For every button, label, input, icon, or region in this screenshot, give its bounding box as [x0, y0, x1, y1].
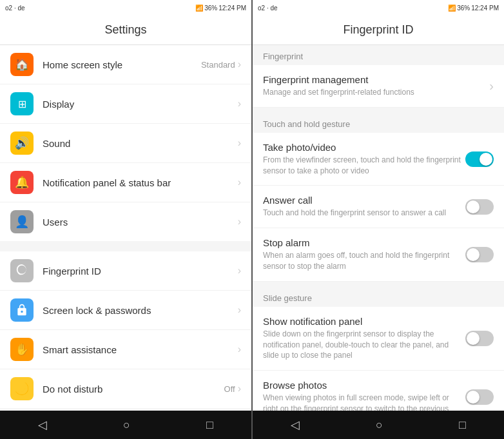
notification-title: Notification panel & status bar	[43, 177, 238, 188]
settings-section-1: 🏠 Home screen style Standard › ⊞ Display…	[0, 45, 251, 241]
sound-chevron: ›	[238, 137, 241, 149]
left-panel: o2 · de 📶 36% 12:24 PM Settings 🏠 Home s…	[0, 0, 251, 439]
fp-browse-photos-desc: When viewing photos in full screen mode,…	[263, 393, 465, 411]
left-status-bar: o2 · de 📶 36% 12:24 PM	[0, 0, 251, 15]
sound-icon: 🔊	[10, 132, 34, 155]
fp-take-photo-desc: From the viewfinder screen, touch and ho…	[263, 155, 465, 177]
show-notification-toggle-knob	[467, 332, 480, 345]
screen-lock-chevron: ›	[238, 304, 241, 316]
left-recent-button[interactable]: □	[206, 418, 213, 432]
users-chevron: ›	[238, 216, 241, 228]
fingerprint-text: Fingerprint ID	[43, 266, 238, 277]
fingerprint-chevron: ›	[238, 265, 241, 277]
smart-assist-text: Smart assistance	[43, 344, 238, 355]
left-time: 12:24 PM	[218, 5, 246, 12]
stop-alarm-toggle[interactable]	[465, 247, 494, 262]
left-header: Settings	[0, 15, 251, 45]
left-carrier: o2 · de	[5, 5, 25, 12]
dnd-icon: 🌙	[10, 377, 34, 400]
users-title: Users	[43, 217, 238, 228]
home-screen-text: Home screen style	[43, 59, 201, 70]
answer-call-toggle-knob	[467, 200, 480, 213]
right-home-button[interactable]: ○	[376, 418, 383, 432]
right-recent-button[interactable]: □	[459, 418, 466, 432]
fp-take-photo-title: Take photo/video	[263, 142, 465, 153]
left-status-icons: 📶 36% 12:24 PM	[195, 5, 246, 12]
fp-stop-alarm-desc: When an alarm goes off, touch and hold t…	[263, 250, 465, 272]
fp-stop-alarm-item[interactable]: Stop alarm When an alarm goes off, touch…	[253, 228, 504, 282]
browse-photos-toggle[interactable]	[465, 389, 494, 405]
fp-answer-call-desc: Touch and hold the fingerprint sensor to…	[263, 208, 465, 219]
right-signal-icon: 📶	[448, 5, 456, 12]
fp-take-photo-content: Take photo/video From the viewfinder scr…	[263, 142, 465, 177]
display-icon: ⊞	[10, 92, 34, 115]
fingerprint-icon	[10, 259, 34, 282]
settings-title: Settings	[104, 23, 146, 36]
fp-show-notification-title: Show notification panel	[263, 316, 465, 327]
smart-assist-chevron: ›	[238, 344, 241, 355]
settings-section-2: Fingerprint ID › Screen lock & passwords…	[0, 251, 251, 408]
fp-browse-photos-title: Browse photos	[263, 380, 465, 391]
take-photo-toggle-knob	[480, 153, 492, 166]
fp-management-content: Fingerprint management Manage and set fi…	[263, 74, 489, 98]
fp-management-title: Fingerprint management	[263, 74, 489, 85]
fingerprint-id-title: Fingerprint ID	[343, 23, 413, 36]
settings-list: 🏠 Home screen style Standard › ⊞ Display…	[0, 45, 251, 411]
dnd-title: Do not disturb	[43, 384, 224, 395]
fp-answer-call-title: Answer call	[263, 195, 465, 206]
fp-section-header-touch: Touch and hold gesture	[253, 113, 504, 133]
dnd-value: Off	[224, 384, 235, 394]
take-photo-toggle[interactable]	[465, 151, 494, 167]
settings-item-dnd[interactable]: 🌙 Do not disturb Off ›	[0, 369, 251, 408]
fp-management-section: Fingerprint management Manage and set fi…	[253, 65, 504, 108]
sound-text: Sound	[43, 138, 238, 149]
fingerprint-title: Fingerprint ID	[43, 266, 238, 277]
fp-touch-section: Take photo/video From the viewfinder scr…	[253, 133, 504, 282]
notification-chevron: ›	[238, 177, 241, 188]
show-notification-toggle[interactable]	[465, 331, 494, 346]
fp-answer-call-content: Answer call Touch and hold the fingerpri…	[263, 195, 465, 219]
fp-show-notification-item[interactable]: Show notification panel Slide down on th…	[253, 307, 504, 371]
settings-item-screen-lock[interactable]: Screen lock & passwords ›	[0, 291, 251, 330]
section-divider-1	[0, 246, 251, 251]
answer-call-toggle[interactable]	[465, 199, 494, 215]
settings-item-users[interactable]: 👤 Users ›	[0, 202, 251, 241]
settings-item-fingerprint[interactable]: Fingerprint ID ›	[0, 251, 251, 291]
users-text: Users	[43, 217, 238, 228]
fp-section-header-fingerprint: Fingerprint	[253, 45, 504, 65]
fp-take-photo-item[interactable]: Take photo/video From the viewfinder scr…	[253, 133, 504, 186]
settings-item-display[interactable]: ⊞ Display ›	[0, 84, 251, 124]
right-carrier: o2 · de	[258, 5, 278, 12]
fp-browse-photos-item[interactable]: Browse photos When viewing photos in ful…	[253, 371, 504, 411]
fp-stop-alarm-content: Stop alarm When an alarm goes off, touch…	[263, 237, 465, 272]
dnd-chevron: ›	[238, 383, 241, 395]
fp-list: Fingerprint Fingerprint management Manag…	[253, 45, 504, 411]
fp-management-item[interactable]: Fingerprint management Manage and set fi…	[253, 65, 504, 108]
fp-browse-photos-content: Browse photos When viewing photos in ful…	[263, 380, 465, 411]
settings-item-notification[interactable]: 🔔 Notification panel & status bar ›	[0, 163, 251, 202]
display-title: Display	[43, 99, 238, 110]
settings-item-sound[interactable]: 🔊 Sound ›	[0, 124, 251, 163]
fp-answer-call-item[interactable]: Answer call Touch and hold the fingerpri…	[253, 186, 504, 228]
settings-item-home-screen[interactable]: 🏠 Home screen style Standard ›	[0, 45, 251, 84]
home-screen-value: Standard	[201, 60, 235, 70]
settings-item-smart-assist[interactable]: ✋ Smart assistance ›	[0, 330, 251, 369]
dnd-text: Do not disturb	[43, 384, 224, 395]
left-home-button[interactable]: ○	[123, 418, 130, 432]
display-chevron: ›	[238, 98, 241, 110]
fp-divider-1	[253, 108, 504, 113]
screen-lock-icon	[10, 298, 34, 322]
stop-alarm-toggle-knob	[467, 248, 480, 261]
sound-title: Sound	[43, 138, 238, 149]
fp-slide-section: Show notification panel Slide down on th…	[253, 307, 504, 411]
right-header: Fingerprint ID	[253, 15, 504, 45]
notification-icon: 🔔	[10, 171, 34, 194]
browse-photos-toggle-knob	[467, 391, 480, 404]
right-status-bar: o2 · de 📶 36% 12:24 PM	[253, 0, 504, 15]
smart-assist-icon: ✋	[10, 338, 34, 361]
left-back-button[interactable]: ◁	[38, 418, 47, 432]
right-back-button[interactable]: ◁	[291, 418, 300, 432]
fp-section-header-slide: Slide gesture	[253, 287, 504, 307]
notification-text: Notification panel & status bar	[43, 177, 238, 188]
home-screen-title: Home screen style	[43, 59, 201, 70]
